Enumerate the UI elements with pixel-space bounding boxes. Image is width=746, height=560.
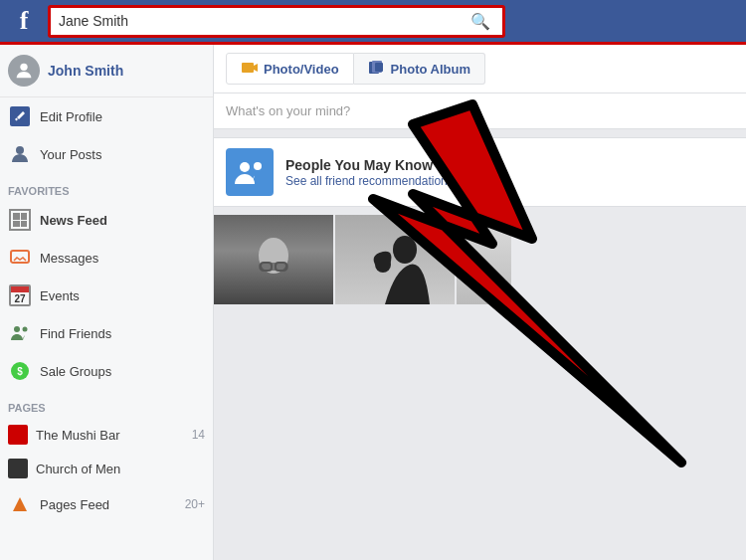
your-posts-icon: [8, 142, 32, 166]
svg-point-4: [23, 327, 28, 332]
may-know-title: People You May Know: [285, 157, 454, 173]
svg-point-3: [14, 326, 20, 332]
svg-point-14: [254, 162, 262, 170]
sidebar-label-your-posts: Your Posts: [40, 147, 101, 162]
sidebar: John Smith Edit Profile Your Posts: [0, 45, 214, 560]
svg-point-1: [16, 146, 24, 154]
whats-on-mind-text: What's on your mind?: [226, 103, 350, 118]
people-you-may-know: People You May Know See all friend recom…: [214, 137, 746, 207]
svg-marker-7: [13, 497, 27, 511]
sidebar-item-events[interactable]: 27 Events: [0, 277, 213, 314]
sidebar-label-events: Events: [40, 288, 80, 303]
svg-point-13: [240, 162, 250, 172]
svg-rect-16: [259, 263, 288, 271]
sidebar-label-pages-feed: Pages Feed: [40, 497, 109, 512]
sidebar-item-find-friends[interactable]: Find Friends: [0, 314, 213, 352]
edit-profile-icon: [8, 104, 32, 128]
search-input[interactable]: Jane Smith: [59, 13, 466, 29]
facebook-logo: f: [8, 5, 40, 37]
sidebar-label-find-friends: Find Friends: [40, 326, 111, 341]
topbar: f Jane Smith 🔍: [0, 0, 746, 45]
svg-rect-2: [11, 251, 29, 263]
user-silhouette-icon: [13, 60, 35, 82]
sidebar-item-church-of-men[interactable]: Church of Men: [0, 452, 213, 485]
pages-feed-icon: [8, 492, 32, 516]
sidebar-user-name: John Smith: [48, 63, 123, 79]
sidebar-item-mushi-bar[interactable]: The Mushi Bar 14: [0, 418, 213, 452]
sidebar-label-edit-profile: Edit Profile: [40, 109, 102, 124]
search-box[interactable]: Jane Smith 🔍: [48, 5, 505, 38]
find-friends-icon: [8, 321, 32, 345]
may-know-text: People You May Know See all friend recom…: [285, 157, 454, 188]
photo-thumb-1[interactable]: [214, 215, 333, 304]
sidebar-item-your-posts[interactable]: Your Posts: [0, 135, 213, 173]
sidebar-item-sale-groups[interactable]: $ Sale Groups: [0, 352, 213, 390]
may-know-avatar: [226, 148, 274, 196]
news-feed-icon: [8, 208, 32, 232]
sidebar-section-pages: PAGES: [0, 390, 213, 418]
photo-video-tab-icon: [241, 60, 259, 78]
may-know-link[interactable]: See all friend recommendations: [285, 174, 454, 188]
svg-rect-8: [242, 63, 254, 73]
sidebar-label-messages: Messages: [40, 251, 98, 266]
sale-groups-icon: $: [8, 359, 32, 383]
svg-marker-9: [254, 64, 258, 72]
tab-bar: Photo/Video Photo Album: [214, 45, 746, 93]
svg-point-21: [393, 236, 417, 264]
fb-letter: f: [20, 6, 29, 36]
photo-thumb-3[interactable]: [457, 215, 511, 304]
sidebar-section-favorites: FAVORITES: [0, 173, 213, 201]
events-icon: 27: [8, 283, 32, 307]
messages-icon: [8, 246, 32, 270]
content-area: Photo/Video Photo Album What's on your m…: [214, 45, 746, 560]
sidebar-item-pages-feed[interactable]: Pages Feed 20+: [0, 485, 213, 523]
photo-thumb-2[interactable]: [335, 215, 455, 304]
tab-photo-video-label: Photo/Video: [264, 62, 339, 77]
church-of-men-color-icon: [8, 459, 28, 478]
sidebar-label-church-of-men: Church of Men: [36, 462, 120, 476]
pages-feed-count: 20+: [185, 497, 205, 511]
svg-rect-12: [375, 63, 383, 72]
sidebar-item-news-feed[interactable]: News Feed: [0, 201, 213, 239]
search-button[interactable]: 🔍: [466, 12, 494, 31]
photo-row: [214, 215, 746, 304]
mushi-bar-color-icon: [8, 425, 28, 445]
main-layout: John Smith Edit Profile Your Posts: [0, 45, 746, 560]
photo-album-tab-icon: [368, 60, 386, 78]
sidebar-item-messages[interactable]: Messages: [0, 239, 213, 277]
sidebar-label-news-feed: News Feed: [40, 213, 107, 228]
sidebar-item-edit-profile[interactable]: Edit Profile: [0, 97, 213, 135]
svg-text:$: $: [17, 366, 23, 377]
mushi-bar-count: 14: [192, 428, 205, 442]
sidebar-label-mushi-bar: The Mushi Bar: [36, 428, 120, 443]
sidebar-user-profile[interactable]: John Smith: [0, 45, 213, 97]
whats-on-mind-box[interactable]: What's on your mind?: [214, 93, 746, 129]
tab-photo-album-label: Photo Album: [391, 62, 470, 77]
tab-photo-video[interactable]: Photo/Video: [226, 53, 354, 85]
svg-point-0: [20, 64, 27, 71]
tab-photo-album[interactable]: Photo Album: [354, 53, 485, 85]
sidebar-label-sale-groups: Sale Groups: [40, 364, 111, 379]
avatar: [8, 55, 40, 87]
